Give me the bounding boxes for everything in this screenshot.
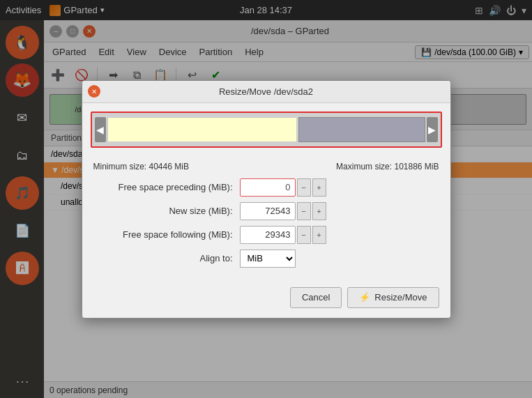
align-input-group: MiB None Cylinder — [240, 250, 296, 268]
resize-left-arrow[interactable]: ◀ — [95, 117, 106, 142]
resize-move-button[interactable]: ⚡ Resize/Move — [347, 287, 439, 308]
resize-free-area — [298, 117, 425, 142]
resize-label: Resize/Move — [374, 292, 427, 303]
free-following-input[interactable] — [240, 226, 296, 244]
free-preceding-input[interactable] — [240, 178, 296, 197]
free-preceding-increment[interactable]: + — [312, 178, 326, 197]
new-size-label: New size (MiB): — [93, 206, 240, 216]
new-size-input-group: − + — [240, 202, 326, 220]
free-preceding-label: Free space preceding (MiB): — [93, 182, 240, 192]
new-size-increment[interactable]: + — [312, 202, 326, 220]
free-preceding-row: Free space preceding (MiB): − + — [93, 178, 439, 197]
cancel-label: Cancel — [302, 292, 330, 303]
free-following-row: Free space following (MiB): − + — [93, 226, 439, 244]
resize-icon: ⚡ — [359, 292, 370, 303]
free-preceding-input-group: − + — [240, 178, 326, 197]
align-label: Align to: — [93, 253, 240, 263]
resize-used-area — [107, 117, 297, 142]
free-preceding-decrement[interactable]: − — [297, 178, 311, 197]
free-following-label: Free space following (MiB): — [93, 229, 240, 240]
new-size-decrement[interactable]: − — [297, 202, 311, 220]
dialog-close-button[interactable]: ✕ — [88, 85, 100, 98]
min-size-label: Minimum size: 40446 MiB — [93, 162, 189, 171]
resize-dialog: ✕ Resize/Move /dev/sda2 ◀ ▶ Minimum size… — [82, 80, 451, 319]
dialog-titlebar: ✕ Resize/Move /dev/sda2 — [82, 81, 450, 103]
resize-right-arrow[interactable]: ▶ — [427, 117, 438, 142]
new-size-row: New size (MiB): − + — [93, 202, 439, 220]
max-size-label: Maximum size: 101886 MiB — [336, 162, 439, 171]
dialog-form: Minimum size: 40446 MiB Maximum size: 10… — [82, 156, 450, 282]
free-following-increment[interactable]: + — [312, 226, 326, 244]
dialog-title: Resize/Move /dev/sda2 — [100, 86, 432, 97]
free-following-decrement[interactable]: − — [297, 226, 311, 244]
resize-visual: ◀ ▶ — [91, 112, 442, 148]
free-following-input-group: − + — [240, 226, 326, 244]
new-size-input[interactable] — [240, 202, 296, 220]
dialog-size-info: Minimum size: 40446 MiB Maximum size: 10… — [93, 162, 439, 171]
align-select[interactable]: MiB None Cylinder — [240, 250, 296, 268]
cancel-button[interactable]: Cancel — [290, 287, 342, 308]
dialog-overlay: ✕ Resize/Move /dev/sda2 ◀ ▶ Minimum size… — [0, 0, 532, 398]
align-row: Align to: MiB None Cylinder — [93, 250, 439, 268]
dialog-buttons: Cancel ⚡ Resize/Move — [82, 282, 450, 318]
